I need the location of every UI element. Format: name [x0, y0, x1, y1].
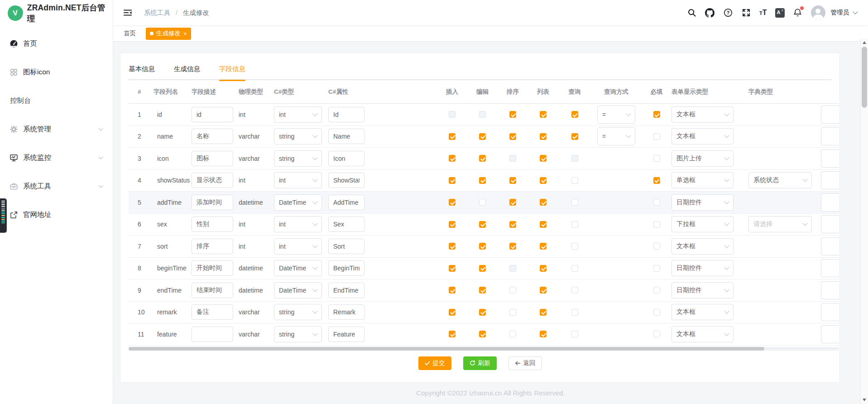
list-checkbox[interactable] [540, 331, 547, 337]
edit-checkbox[interactable] [479, 243, 486, 250]
sidebar-collapse-icon[interactable] [123, 9, 132, 17]
dict_type-select[interactable]: 系统状态 [748, 172, 812, 188]
csharp_property-input[interactable] [328, 173, 364, 188]
vertical-scrollbar-thumb[interactable] [862, 47, 867, 108]
github-icon[interactable] [705, 8, 715, 18]
edit-checkbox[interactable] [479, 331, 486, 337]
csharp_type-select[interactable]: DateTime [274, 282, 322, 298]
edit-checkbox[interactable] [479, 177, 486, 184]
description-input[interactable] [192, 195, 233, 210]
tab-basic-info[interactable]: 基本信息 [129, 61, 155, 80]
list-checkbox[interactable] [540, 265, 547, 272]
tab-field-info[interactable]: 字段信息 [219, 61, 245, 80]
fullscreen-icon[interactable] [741, 8, 751, 18]
csharp_type-select[interactable]: int [274, 106, 322, 123]
csharp_property-input[interactable] [328, 151, 364, 166]
required-checkbox[interactable] [653, 199, 660, 206]
query-checkbox[interactable] [571, 177, 578, 184]
list-checkbox[interactable] [540, 287, 547, 293]
query-checkbox[interactable] [571, 331, 578, 337]
sidebar-item-icons[interactable]: 图标icon [0, 59, 113, 85]
csharp_property-input[interactable] [328, 107, 364, 122]
query-checkbox[interactable] [571, 309, 578, 316]
csharp_property-input[interactable] [328, 216, 364, 232]
extra-input[interactable] [821, 193, 839, 212]
tab-generate-info[interactable]: 生成信息 [174, 61, 200, 80]
sort-checkbox[interactable] [509, 243, 516, 250]
avatar[interactable] [811, 5, 825, 20]
insert-checkbox[interactable] [449, 265, 456, 272]
close-icon[interactable]: × [183, 31, 187, 37]
required-checkbox[interactable] [653, 287, 660, 293]
user-name[interactable]: 管理员 [831, 9, 849, 17]
extra-input[interactable] [821, 171, 839, 189]
csharp_property-input[interactable] [328, 283, 364, 298]
description-input[interactable] [192, 260, 233, 276]
tab-generate-edit[interactable]: 生成修改 × [146, 28, 191, 40]
required-checkbox[interactable] [653, 111, 660, 118]
csharp_property-input[interactable] [328, 239, 364, 254]
csharp_type-select[interactable]: string [274, 304, 322, 320]
query-checkbox[interactable] [571, 265, 578, 272]
horizontal-scrollbar[interactable] [129, 347, 839, 351]
display_type-select[interactable]: 单选框 [671, 172, 734, 188]
display_type-select[interactable]: 文本框 [671, 304, 734, 320]
query-checkbox[interactable] [571, 287, 578, 293]
sort-checkbox[interactable] [509, 133, 516, 140]
insert-checkbox[interactable] [449, 199, 456, 206]
display_type-select[interactable]: 下拉框 [671, 216, 734, 232]
extra-input[interactable] [821, 215, 839, 233]
list-checkbox[interactable] [540, 199, 547, 206]
sort-checkbox[interactable] [509, 199, 516, 206]
list-checkbox[interactable] [540, 309, 547, 316]
edit-checkbox[interactable] [479, 221, 486, 228]
insert-checkbox[interactable] [449, 155, 456, 162]
csharp_type-select[interactable]: int [274, 172, 322, 188]
csharp_property-input[interactable] [328, 129, 364, 144]
description-input[interactable] [192, 151, 233, 166]
description-input[interactable] [192, 129, 233, 144]
display_type-select[interactable]: 日期控件 [671, 282, 734, 298]
sort-checkbox[interactable] [509, 111, 516, 118]
chevron-down-icon[interactable] [853, 9, 858, 14]
edit-checkbox[interactable] [479, 309, 486, 316]
list-checkbox[interactable] [540, 243, 547, 250]
sidebar-item-system-tools[interactable]: 系统工具 [0, 173, 113, 199]
sidebar-item-console[interactable]: 控制台 [0, 88, 113, 113]
csharp_property-input[interactable] [328, 195, 364, 210]
submit-button[interactable]: 提交 [418, 356, 451, 370]
required-checkbox[interactable] [653, 265, 660, 272]
dict_type-select[interactable]: 请选择 [748, 216, 812, 232]
description-input[interactable] [192, 107, 233, 122]
description-input[interactable] [192, 283, 233, 298]
list-checkbox[interactable] [540, 177, 547, 184]
extra-input[interactable] [821, 106, 839, 124]
extra-input[interactable] [821, 149, 839, 168]
vertical-scrollbar[interactable] [860, 38, 868, 404]
csharp_type-select[interactable]: int [274, 238, 322, 255]
extra-input[interactable] [821, 303, 839, 321]
sidebar-item-system-admin[interactable]: 系统管理 [0, 116, 113, 142]
insert-checkbox[interactable] [449, 331, 456, 337]
display_type-select[interactable]: 文本框 [671, 326, 734, 342]
display_type-select[interactable]: 文本框 [671, 238, 734, 255]
extra-input[interactable] [821, 127, 839, 145]
csharp_type-select[interactable]: string [274, 326, 322, 342]
insert-checkbox[interactable] [449, 287, 456, 293]
query-checkbox[interactable] [571, 243, 578, 250]
list-checkbox[interactable] [540, 221, 547, 228]
sort-checkbox[interactable] [509, 177, 516, 184]
notification-bell-icon[interactable] [793, 8, 803, 18]
csharp_type-select[interactable]: string [274, 150, 322, 167]
edit-checkbox[interactable] [479, 199, 486, 206]
performance-monitor-widget[interactable] [0, 198, 7, 233]
query-checkbox[interactable] [571, 199, 578, 206]
csharp_type-select[interactable]: string [274, 128, 322, 144]
sort-checkbox[interactable] [509, 287, 516, 293]
list-checkbox[interactable] [540, 111, 547, 118]
edit-checkbox[interactable] [479, 287, 486, 293]
description-input[interactable] [192, 216, 233, 232]
breadcrumb-system-tools[interactable]: 系统工具 [144, 9, 170, 16]
csharp_type-select[interactable]: DateTime [274, 194, 322, 211]
display_type-select[interactable]: 日期控件 [671, 260, 734, 276]
